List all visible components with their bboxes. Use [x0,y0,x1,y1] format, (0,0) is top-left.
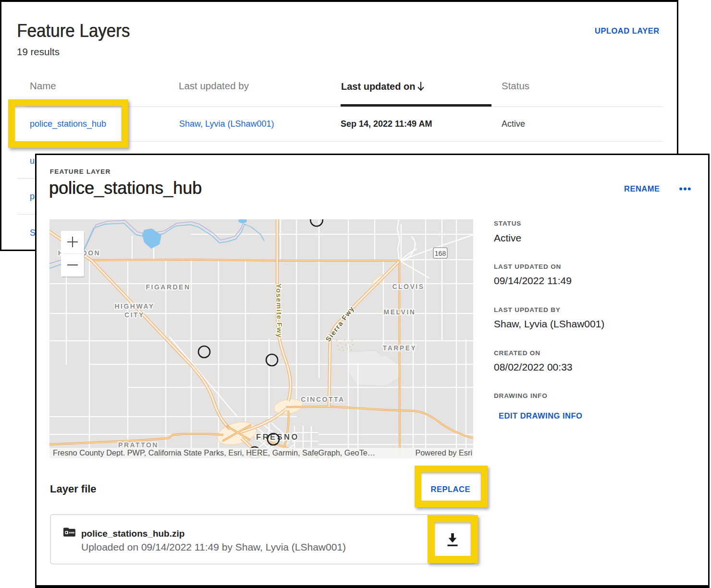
svg-text:168: 168 [435,250,446,257]
svg-text:HIGHWAY: HIGHWAY [114,302,154,310]
svg-text:CLOVIS: CLOVIS [392,283,424,290]
svg-text:CINCOTTA: CINCOTTA [301,396,344,403]
svg-text:TARPEY: TARPEY [383,344,417,352]
svg-text:Yosemite Fwy: Yosemite Fwy [275,284,283,338]
svg-text:MELVIN: MELVIN [384,308,416,316]
svg-text:Powered by Esri: Powered by Esri [415,448,472,457]
svg-text:FIGARDEN: FIGARDEN [146,283,190,291]
svg-text:FRESNO: FRESNO [256,432,299,441]
svg-text:CITY: CITY [124,311,145,319]
svg-text:Fresno County Dept. PWP, Calif: Fresno County Dept. PWP, California Stat… [53,448,375,457]
